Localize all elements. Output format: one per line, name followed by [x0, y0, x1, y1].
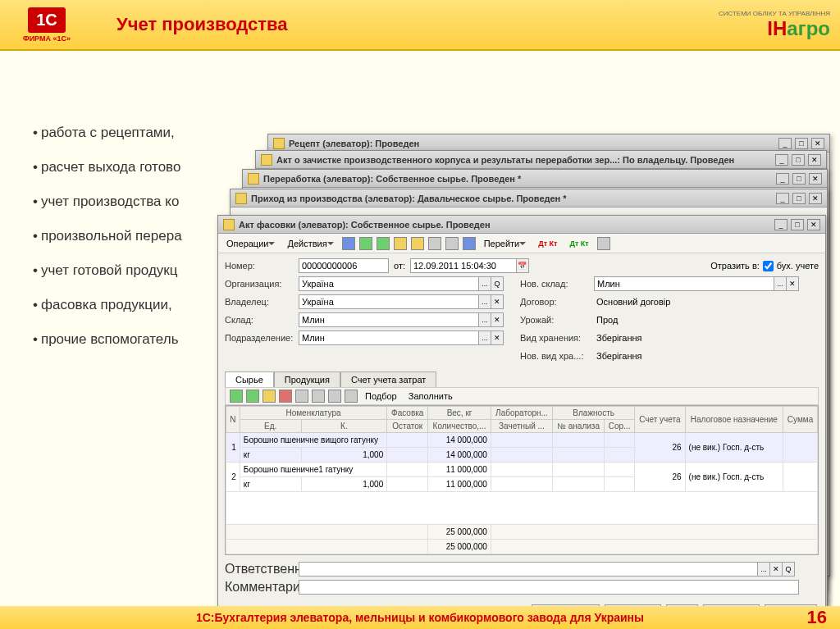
select-button[interactable]: ... — [774, 276, 787, 291]
totals-row: 25 000,000 — [226, 540, 818, 554]
storage-label: Вид хранения: — [520, 333, 594, 343]
copy-icon[interactable] — [246, 390, 259, 403]
stock-field[interactable] — [299, 312, 479, 327]
logo-1c-badge: 1С — [28, 7, 66, 33]
col-sor[interactable]: Сор... — [605, 420, 635, 433]
table-row[interactable]: 1 Борошно пшеничне вищого гатунку 14 000… — [226, 433, 818, 448]
actions-menu[interactable]: Действия — [282, 237, 338, 250]
minimize-button[interactable]: _ — [774, 219, 788, 230]
col-nomenclature[interactable]: Номенклатура — [240, 407, 386, 420]
tab-cost-account[interactable]: Счет учета затрат — [340, 371, 436, 387]
table-row[interactable] — [226, 492, 818, 525]
responsible-field[interactable] — [299, 562, 758, 577]
window-icon — [223, 219, 235, 230]
close-button[interactable]: ✕ — [807, 219, 820, 230]
slide-header: 1С ФИРМА «1С» Учет производства СИСТЕМИ … — [0, 0, 840, 51]
col-qty[interactable]: Количество,... — [428, 420, 491, 433]
move-up-icon[interactable] — [295, 390, 308, 403]
sort-desc-icon[interactable] — [345, 390, 358, 403]
col-analysis[interactable]: № анализа — [553, 420, 605, 433]
col-humidity[interactable]: Влажность — [553, 407, 635, 420]
clear-button[interactable]: ✕ — [769, 562, 783, 577]
clear-button[interactable]: ✕ — [491, 330, 504, 345]
unpost-icon[interactable] — [411, 237, 424, 250]
open-button[interactable]: Q — [491, 276, 504, 291]
col-packing[interactable]: Фасовка — [387, 407, 428, 420]
col-credit[interactable]: Зачетный ... — [491, 420, 552, 433]
dept-field[interactable] — [299, 330, 479, 345]
table-row[interactable]: 2 Борошно пшеничне1 гатунку 11 000,000 2… — [226, 463, 818, 477]
maximize-button[interactable]: □ — [795, 138, 808, 149]
select-button[interactable]: ... — [757, 562, 770, 577]
contract-label: Договор: — [520, 297, 594, 307]
col-sum[interactable]: Сумма — [783, 407, 818, 433]
close-button[interactable]: ✕ — [809, 193, 822, 204]
bullet-item: учет готовой продукц — [33, 262, 182, 279]
bullet-item: фасовка продукции, — [33, 297, 182, 313]
close-button[interactable]: ✕ — [808, 154, 821, 166]
report-icon[interactable] — [597, 237, 610, 250]
select-button[interactable]: Подбор — [360, 390, 402, 403]
window-title: Рецепт (элеватор): Проведен — [289, 139, 419, 148]
col-n[interactable]: N — [226, 407, 240, 433]
fill-button[interactable]: Заполнить — [404, 390, 458, 403]
edit-icon[interactable] — [262, 390, 276, 403]
col-balance[interactable]: Остаток — [387, 420, 428, 433]
tab-raw[interactable]: Сырье — [225, 371, 274, 387]
minimize-button[interactable]: _ — [775, 154, 788, 166]
date-field[interactable] — [410, 258, 517, 273]
refresh-icon[interactable] — [377, 237, 390, 250]
select-button[interactable]: ... — [478, 330, 491, 345]
col-weight[interactable]: Вес, кг — [428, 407, 491, 420]
move-down-icon[interactable] — [312, 390, 325, 403]
reflect-accounting-label: бух. учете — [777, 261, 819, 271]
delete-icon[interactable] — [279, 390, 292, 403]
col-account[interactable]: Счет учета — [635, 407, 686, 433]
grid-toolbar: Подбор Заполнить — [225, 387, 819, 405]
maximize-button[interactable]: □ — [791, 219, 804, 230]
close-button[interactable]: ✕ — [809, 173, 822, 185]
col-lab[interactable]: Лабораторн... — [491, 407, 552, 420]
maximize-button[interactable]: □ — [792, 173, 806, 185]
select-button[interactable]: ... — [478, 294, 491, 309]
col-unit[interactable]: Ед. — [240, 420, 301, 433]
newstock-field[interactable] — [594, 276, 774, 291]
select-button[interactable]: ... — [478, 312, 491, 327]
operations-menu[interactable]: Операции — [221, 237, 280, 250]
dtkt-tax-icon[interactable]: Дт Кт — [565, 238, 594, 249]
col-tax[interactable]: Налоговое назначение — [685, 407, 783, 433]
minimize-button[interactable]: _ — [776, 173, 789, 185]
org-field[interactable] — [299, 276, 479, 291]
close-button[interactable]: ✕ — [811, 138, 824, 149]
reflect-accounting-check[interactable] — [763, 261, 774, 271]
save-icon[interactable] — [359, 237, 372, 250]
clear-button[interactable]: ✕ — [786, 276, 799, 291]
post-icon[interactable] — [394, 237, 407, 250]
structure-icon[interactable] — [428, 237, 441, 250]
minimize-button[interactable]: _ — [776, 193, 789, 204]
open-button[interactable]: Q — [782, 562, 795, 577]
minimize-button[interactable]: _ — [778, 138, 792, 149]
goto-menu[interactable]: Перейти — [479, 237, 532, 250]
tab-product[interactable]: Продукция — [274, 371, 340, 387]
clear-button[interactable]: ✕ — [491, 294, 504, 309]
calendar-icon[interactable]: 📅 — [516, 258, 529, 273]
bullet-list: работа с рецептами, расчет выхода готово… — [33, 125, 182, 366]
grid[interactable]: N Номенклатура Фасовка Вес, кг Лаборатор… — [225, 405, 819, 555]
maximize-button[interactable]: □ — [792, 193, 806, 204]
help-icon[interactable] — [463, 237, 476, 250]
maximize-button[interactable]: □ — [792, 154, 805, 166]
number-field[interactable] — [299, 258, 389, 273]
main-toolbar: Операции Действия Перейти Дт Кт Дт Кт — [218, 234, 825, 253]
comment-field[interactable] — [299, 580, 799, 595]
new-icon[interactable] — [342, 237, 355, 250]
select-button[interactable]: ... — [478, 276, 491, 291]
col-k[interactable]: К. — [301, 420, 387, 433]
dtkt-icon[interactable]: Дт Кт — [533, 238, 562, 249]
owner-field[interactable] — [299, 294, 479, 309]
settings-icon[interactable] — [445, 237, 459, 250]
sort-asc-icon[interactable] — [328, 390, 341, 403]
add-icon[interactable] — [230, 390, 243, 403]
stock-label: Склад: — [225, 315, 299, 325]
clear-button[interactable]: ✕ — [491, 312, 504, 327]
